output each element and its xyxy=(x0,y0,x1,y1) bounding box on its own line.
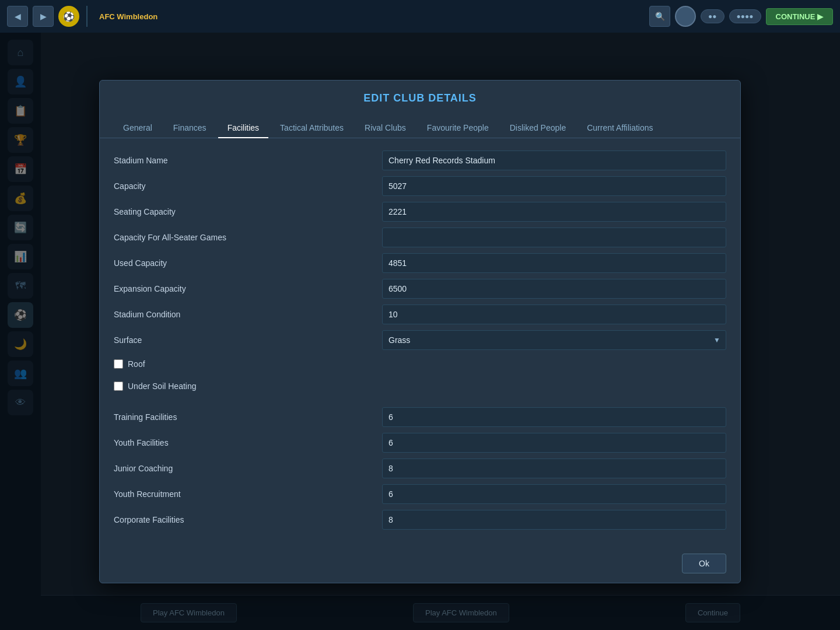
used-capacity-row: Used Capacity xyxy=(114,253,726,274)
used-capacity-input[interactable] xyxy=(382,253,726,273)
all-seater-row: Capacity For All-Seater Games xyxy=(114,227,726,248)
status-pill: ●● xyxy=(701,9,724,23)
top-bar: ◀ ▶ ⚽ AFC Wimbledon 🔍 ●● ●●●● CONTINUE ▶ xyxy=(0,0,840,33)
ok-button[interactable]: Ok xyxy=(682,554,726,573)
club-logo: ⚽ xyxy=(58,6,79,27)
modal-footer: Ok xyxy=(100,547,740,583)
user-avatar xyxy=(675,6,696,27)
top-bar-right: 🔍 ●● ●●●● CONTINUE ▶ xyxy=(649,6,833,27)
junior-coaching-input[interactable] xyxy=(382,459,726,478)
expansion-capacity-input[interactable] xyxy=(382,279,726,299)
youth-facilities-input[interactable] xyxy=(382,433,726,453)
modal-body: Stadium Name Capacity Seating Capacity C… xyxy=(100,138,740,547)
under-soil-label[interactable]: Under Soil Heating xyxy=(128,382,197,391)
search-button[interactable]: 🔍 xyxy=(649,6,670,27)
seating-capacity-row: Seating Capacity xyxy=(114,201,726,222)
roof-checkbox[interactable] xyxy=(114,359,123,369)
tab-finances[interactable]: Finances xyxy=(164,118,216,138)
modal-header: EDIT CLUB DETAILS xyxy=(100,80,740,104)
tab-favourite[interactable]: Favourite People xyxy=(418,118,498,138)
modal-overlay: EDIT CLUB DETAILS General Finances Facil… xyxy=(0,33,840,630)
stadium-name-input[interactable] xyxy=(382,150,726,170)
capacity-label: Capacity xyxy=(114,181,382,191)
seating-capacity-label: Seating Capacity xyxy=(114,207,382,216)
training-facilities-input[interactable] xyxy=(382,407,726,427)
stadium-condition-input[interactable] xyxy=(382,304,726,324)
corporate-facilities-label: Corporate Facilities xyxy=(114,515,382,524)
all-seater-input[interactable] xyxy=(382,228,726,247)
all-seater-label: Capacity For All-Seater Games xyxy=(114,233,382,242)
training-facilities-label: Training Facilities xyxy=(114,412,382,422)
expansion-capacity-label: Expansion Capacity xyxy=(114,284,382,293)
surface-select-wrapper: Grass Artificial Hybrid ▼ xyxy=(382,330,726,350)
tab-rival[interactable]: Rival Clubs xyxy=(355,118,415,138)
capacity-row: Capacity xyxy=(114,176,726,197)
seating-capacity-input[interactable] xyxy=(382,202,726,222)
club-title: AFC Wimbledon xyxy=(94,12,645,21)
youth-facilities-label: Youth Facilities xyxy=(114,438,382,447)
under-soil-checkbox[interactable] xyxy=(114,382,123,391)
roof-checkbox-wrapper: Roof xyxy=(114,359,145,369)
under-soil-row: Under Soil Heating xyxy=(114,377,726,395)
stadium-name-row: Stadium Name xyxy=(114,150,726,171)
tab-tactical[interactable]: Tactical Attributes xyxy=(271,118,353,138)
surface-label: Surface xyxy=(114,335,382,345)
continue-button[interactable]: CONTINUE ▶ xyxy=(766,8,834,25)
corporate-facilities-row: Corporate Facilities xyxy=(114,509,726,530)
used-capacity-label: Used Capacity xyxy=(114,258,382,268)
youth-facilities-row: Youth Facilities xyxy=(114,432,726,453)
date-pill: ●●●● xyxy=(729,9,761,23)
tab-facilities[interactable]: Facilities xyxy=(218,118,268,138)
back-button[interactable]: ◀ xyxy=(7,6,28,27)
junior-coaching-label: Junior Coaching xyxy=(114,464,382,473)
surface-select[interactable]: Grass Artificial Hybrid xyxy=(382,330,726,350)
training-facilities-row: Training Facilities xyxy=(114,407,726,428)
junior-coaching-row: Junior Coaching xyxy=(114,458,726,479)
youth-recruitment-row: Youth Recruitment xyxy=(114,484,726,505)
stadium-condition-row: Stadium Condition xyxy=(114,304,726,325)
tab-general[interactable]: General xyxy=(114,118,162,138)
tab-disliked[interactable]: Disliked People xyxy=(501,118,576,138)
edit-club-modal: EDIT CLUB DETAILS General Finances Facil… xyxy=(99,80,741,583)
tab-affiliations[interactable]: Current Affiliations xyxy=(578,118,662,138)
tab-bar: General Finances Facilities Tactical Att… xyxy=(100,111,740,138)
stadium-condition-label: Stadium Condition xyxy=(114,310,382,319)
roof-label[interactable]: Roof xyxy=(128,359,145,369)
stadium-name-label: Stadium Name xyxy=(114,156,382,165)
forward-button[interactable]: ▶ xyxy=(33,6,54,27)
separator xyxy=(114,400,726,407)
corporate-facilities-input[interactable] xyxy=(382,510,726,530)
capacity-input[interactable] xyxy=(382,176,726,196)
youth-recruitment-label: Youth Recruitment xyxy=(114,489,382,499)
roof-row: Roof xyxy=(114,355,726,373)
modal-title: EDIT CLUB DETAILS xyxy=(114,92,726,104)
youth-recruitment-input[interactable] xyxy=(382,484,726,504)
surface-row: Surface Grass Artificial Hybrid ▼ xyxy=(114,330,726,351)
under-soil-checkbox-wrapper: Under Soil Heating xyxy=(114,382,197,391)
expansion-capacity-row: Expansion Capacity xyxy=(114,278,726,299)
